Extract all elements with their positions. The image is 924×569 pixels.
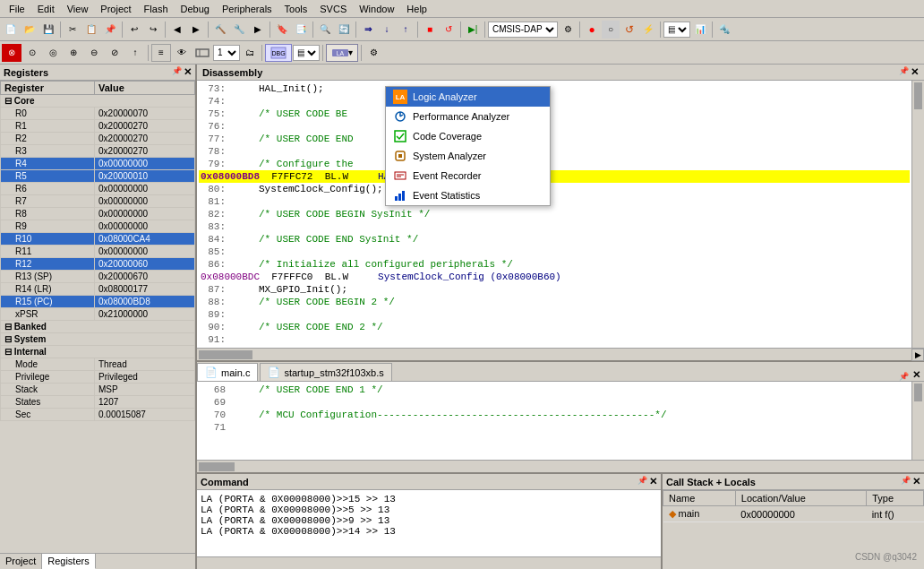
stop-debug-button[interactable]: ■: [421, 21, 439, 39]
open-button[interactable]: 📂: [21, 21, 38, 39]
source-vscrollbar[interactable]: [911, 382, 924, 460]
disasm-hscrollbar[interactable]: ▶: [197, 348, 924, 360]
rebuild-button[interactable]: 🔧: [230, 21, 248, 39]
col-location[interactable]: Location/Value: [735, 491, 866, 506]
sep17: [361, 45, 362, 61]
tb2-btn4[interactable]: ⊕: [64, 44, 83, 62]
tb2-btn5[interactable]: ⊖: [84, 44, 104, 62]
run-button[interactable]: ●: [583, 21, 601, 39]
paste-button[interactable]: 📌: [101, 21, 119, 39]
tb2-mem[interactable]: [192, 44, 212, 62]
cmd-pin-icon[interactable]: 📌: [637, 476, 647, 487]
scroll-right-button[interactable]: ▶: [911, 349, 924, 361]
debug-target-select[interactable]: CMSIS-DAP: [488, 22, 558, 38]
run-to-cursor-button[interactable]: ▶|: [464, 21, 482, 39]
tb2-btn7[interactable]: ↑: [125, 44, 145, 62]
disasm-pin-icon[interactable]: 📌: [899, 66, 909, 78]
save-button[interactable]: 💾: [39, 21, 57, 39]
analytics-button[interactable]: 📊: [691, 21, 709, 39]
disasm-line-88: 88: /* USER CODE BEGIN 2 */: [199, 296, 910, 308]
tb2-btn3[interactable]: ◎: [43, 44, 63, 62]
build-button[interactable]: 🔨: [211, 21, 229, 39]
menu-debug[interactable]: Debug: [175, 2, 215, 16]
tb2-btn11[interactable]: DBG: [265, 44, 292, 62]
tb2-btn1[interactable]: ⊗: [2, 44, 21, 62]
dropdown-item-performance[interactable]: Performance Analyzer: [386, 107, 550, 126]
source-close-icon[interactable]: ✕: [912, 369, 920, 381]
registers-close-icon[interactable]: ✕: [184, 66, 192, 78]
tb2-btn10[interactable]: 🗂: [241, 44, 259, 62]
step-into-button[interactable]: ↓: [378, 21, 396, 39]
tab-main-c[interactable]: 📄 main.c: [197, 363, 258, 381]
replace-button[interactable]: 🔄: [335, 21, 353, 39]
source-scroll-thumb[interactable]: [914, 384, 922, 401]
call-pin-icon[interactable]: 📌: [901, 476, 911, 487]
menu-edit[interactable]: Edit: [32, 2, 60, 16]
reset-button[interactable]: ↺: [620, 21, 638, 39]
target-settings-button[interactable]: ⚙: [559, 21, 577, 39]
disasm-vscrollbar[interactable]: [911, 81, 924, 348]
source-hscrollbar[interactable]: [197, 460, 924, 472]
step-over-button[interactable]: ⇒: [359, 21, 377, 39]
source-content[interactable]: 68 /* USER CODE END 1 */ 69 70 /* MCU Co…: [197, 382, 911, 460]
copy-button[interactable]: 📋: [82, 21, 100, 39]
dropdown-item-logic-analyzer[interactable]: LA Logic Analyzer: [386, 87, 550, 107]
tab-startup[interactable]: 📄 startup_stm32f103xb.s: [260, 363, 391, 381]
find-button[interactable]: 🔍: [316, 21, 334, 39]
redo-button[interactable]: ↪: [144, 21, 162, 39]
menu-view[interactable]: View: [62, 2, 94, 16]
tb2-watch[interactable]: 👁: [172, 44, 192, 62]
bookmark2-button[interactable]: 📑: [292, 21, 310, 39]
bookmark-button[interactable]: 🔖: [273, 21, 291, 39]
col-type[interactable]: Type: [867, 491, 924, 506]
menu-tools[interactable]: Tools: [279, 2, 313, 16]
stop-button[interactable]: ○: [602, 21, 620, 39]
svg-rect-15: [395, 196, 398, 201]
call-close-icon[interactable]: ✕: [912, 476, 920, 487]
menu-project[interactable]: Project: [95, 2, 136, 16]
analytics-dropdown-button[interactable]: LA ▾: [326, 44, 358, 62]
tab-project[interactable]: Project: [0, 554, 42, 569]
menu-peripherals[interactable]: Peripherals: [217, 2, 278, 16]
menu-file[interactable]: File: [4, 2, 30, 16]
forward-button[interactable]: ▶: [187, 21, 205, 39]
sep15: [261, 45, 262, 61]
cut-button[interactable]: ✂: [64, 21, 81, 39]
menu-flash[interactable]: Flash: [139, 2, 174, 16]
step-out-button[interactable]: ↑: [397, 21, 415, 39]
disasm-close-icon[interactable]: ✕: [911, 66, 919, 78]
dropdown-item-system[interactable]: System Analyzer: [386, 146, 550, 166]
disassembly-content[interactable]: 73: HAL_Init(); 74: 75: /* USER CODE BE …: [197, 81, 911, 348]
registers-pin-icon[interactable]: 📌: [172, 66, 182, 78]
source-hscroll-thumb[interactable]: [199, 462, 235, 471]
cmd-close-icon[interactable]: ✕: [649, 476, 657, 487]
tab-registers[interactable]: Registers: [42, 554, 95, 569]
menu-svcs[interactable]: SVCS: [314, 2, 352, 16]
back-button[interactable]: ◀: [168, 21, 186, 39]
disasm-hscroll-thumb[interactable]: [199, 350, 252, 359]
undo-button[interactable]: ↩: [125, 21, 143, 39]
settings-button[interactable]: ⚙: [364, 44, 382, 62]
command-content[interactable]: LA (PORTA & 0X00008000)>>15 >> 13 LA (PO…: [197, 490, 661, 556]
disasm-scroll-thumb[interactable]: [914, 82, 922, 109]
tb2-view-select[interactable]: ▤: [293, 45, 320, 61]
register-row: ModeThread: [1, 358, 195, 371]
tb2-disasm[interactable]: ≡: [151, 44, 171, 62]
reset-debug-button[interactable]: ↺: [440, 21, 458, 39]
power-button[interactable]: ⚡: [639, 21, 657, 39]
menu-help[interactable]: Help: [401, 2, 432, 16]
source-pin-icon[interactable]: 📌: [899, 372, 909, 381]
dropdown-item-coverage[interactable]: Code Coverage: [386, 126, 550, 146]
menu-window[interactable]: Window: [354, 2, 399, 16]
wrench-button[interactable]: 🔩: [715, 21, 733, 39]
debug-start-button[interactable]: ▶: [249, 21, 267, 39]
tb2-mem-select[interactable]: 1: [213, 45, 240, 61]
tb2-btn6[interactable]: ⊘: [105, 44, 124, 62]
dropdown-item-event-recorder[interactable]: Event Recorder: [386, 166, 550, 185]
view-select[interactable]: ▤: [663, 22, 690, 38]
col-name[interactable]: Name: [663, 491, 736, 506]
dropdown-item-event-statistics[interactable]: Event Statistics: [386, 185, 550, 205]
tb2-btn2[interactable]: ⊙: [22, 44, 42, 62]
new-button[interactable]: 📄: [2, 21, 20, 39]
cmd-hscrollbar[interactable]: [197, 556, 661, 569]
